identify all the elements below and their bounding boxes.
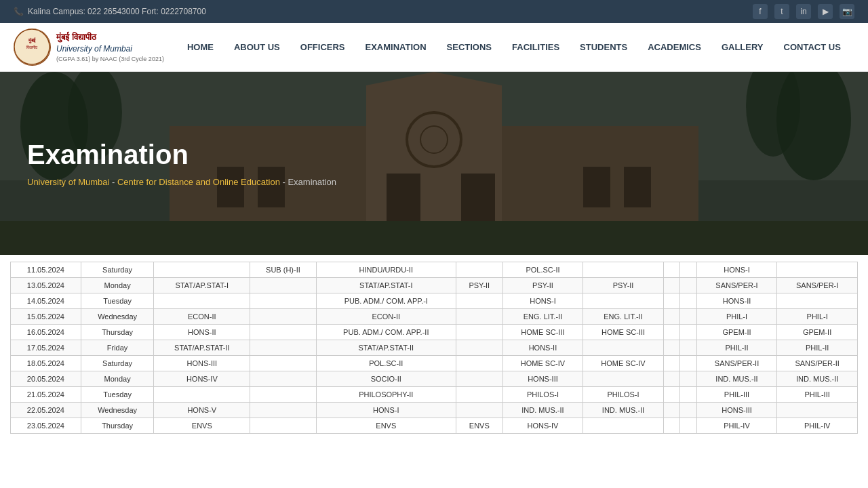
table-cell bbox=[680, 403, 696, 418]
table-cell bbox=[680, 262, 696, 278]
table-cell: HOME SC-III bbox=[583, 325, 664, 340]
table-cell: 21.05.2024 bbox=[11, 387, 81, 403]
table-cell: Wednesday bbox=[81, 309, 154, 325]
table-row: 11.05.2024SaturdaySUB (H)-IIHINDU/URDU-I… bbox=[11, 262, 858, 278]
table-cell: SANS/PER-I bbox=[696, 278, 777, 293]
table-cell: 23.05.2024 bbox=[11, 418, 81, 434]
table-cell bbox=[250, 387, 316, 403]
table-section: 11.05.2024SaturdaySUB (H)-IIHINDU/URDU-I… bbox=[0, 255, 868, 447]
table-row: 14.05.2024TuesdayPUB. ADM./ COM. APP.-IH… bbox=[11, 293, 858, 309]
table-cell bbox=[663, 356, 679, 371]
instagram-icon[interactable]: 📷 bbox=[840, 4, 854, 19]
twitter-icon[interactable]: t bbox=[774, 4, 789, 19]
nav-contact[interactable]: CONTACT US bbox=[774, 37, 850, 58]
table-cell bbox=[250, 356, 316, 371]
social-links: f t in ▶ 📷 bbox=[753, 4, 854, 19]
table-cell: HONS-IV bbox=[154, 371, 250, 387]
table-row: 23.05.2024ThursdayENVSENVSENVSHONS-IVPHI… bbox=[11, 418, 858, 434]
table-cell bbox=[663, 387, 679, 403]
nav-about[interactable]: ABOUT US bbox=[224, 37, 290, 58]
table-cell bbox=[680, 387, 696, 403]
table-cell bbox=[583, 293, 664, 309]
table-cell: ENVS bbox=[316, 418, 456, 434]
table-cell: STAT/AP.STAT-II bbox=[316, 340, 456, 356]
table-cell: PUB. ADM./ COM. APP.-I bbox=[316, 293, 456, 309]
table-cell bbox=[680, 356, 696, 371]
nav-examination[interactable]: EXAMINATION bbox=[356, 37, 436, 58]
table-cell bbox=[456, 403, 502, 418]
table-cell bbox=[663, 403, 679, 418]
contact-info: 📞 Kalina Campus: 022 26543000 Fort: 0222… bbox=[14, 7, 206, 16]
table-cell bbox=[663, 309, 679, 325]
hindi-name: मुंबई विद्यापीठ bbox=[56, 31, 164, 43]
breadcrumb-link-cdoe[interactable]: Centre for Distance and Online Education bbox=[117, 177, 280, 187]
table-cell: HONS-III bbox=[154, 356, 250, 371]
youtube-icon[interactable]: ▶ bbox=[818, 4, 833, 19]
table-cell: Monday bbox=[81, 371, 154, 387]
table-cell: 18.05.2024 bbox=[11, 356, 81, 371]
table-row: 15.05.2024WednesdayECON-IIECON-IIENG. LI… bbox=[11, 309, 858, 325]
table-cell: STAT/AP.STAT-II bbox=[154, 340, 250, 356]
breadcrumb-link-university[interactable]: University of Mumbai bbox=[27, 177, 109, 187]
table-cell bbox=[250, 278, 316, 293]
table-cell: Saturday bbox=[81, 356, 154, 371]
table-cell: 22.05.2024 bbox=[11, 403, 81, 418]
table-cell bbox=[456, 325, 502, 340]
table-cell: SUB (H)-II bbox=[250, 262, 316, 278]
facebook-icon[interactable]: f bbox=[753, 4, 768, 19]
table-row: 18.05.2024SaturdayHONS-IIIPOL.SC-IIHOME … bbox=[11, 356, 858, 371]
table-cell: 20.05.2024 bbox=[11, 371, 81, 387]
nav-facilities[interactable]: FACILITIES bbox=[502, 37, 569, 58]
table-cell: ENG. LIT.-II bbox=[502, 309, 583, 325]
table-cell: Monday bbox=[81, 278, 154, 293]
nav-students[interactable]: STUDENTS bbox=[570, 37, 637, 58]
top-bar: 📞 Kalina Campus: 022 26543000 Fort: 0222… bbox=[0, 0, 868, 23]
table-cell: POL.SC-II bbox=[316, 356, 456, 371]
table-cell: Saturday bbox=[81, 262, 154, 278]
table-cell: PHILOS-I bbox=[502, 387, 583, 403]
table-cell: HONS-III bbox=[502, 371, 583, 387]
table-row: 13.05.2024MondaySTAT/AP.STAT-ISTAT/AP.ST… bbox=[11, 278, 858, 293]
table-cell bbox=[456, 293, 502, 309]
nav-sections[interactable]: SECTIONS bbox=[437, 37, 501, 58]
nav-academics[interactable]: ACADEMICS bbox=[638, 37, 711, 58]
table-cell: SOCIO-II bbox=[316, 371, 456, 387]
table-cell bbox=[663, 278, 679, 293]
table-cell: PHILOS-I bbox=[583, 387, 664, 403]
table-cell bbox=[680, 278, 696, 293]
nav-officers[interactable]: OFFICERS bbox=[291, 37, 355, 58]
table-cell bbox=[456, 262, 502, 278]
table-cell: Friday bbox=[81, 340, 154, 356]
table-cell: IND. MUS.-II bbox=[583, 403, 664, 418]
university-name-en: University of Mumbai bbox=[56, 43, 164, 55]
table-cell: ECON-II bbox=[316, 309, 456, 325]
table-cell bbox=[663, 262, 679, 278]
table-cell: PHIL-IV bbox=[696, 418, 777, 434]
table-cell: SANS/PER-II bbox=[696, 356, 777, 371]
table-cell: PHILOSOPHY-II bbox=[316, 387, 456, 403]
linkedin-icon[interactable]: in bbox=[796, 4, 811, 19]
table-cell bbox=[456, 340, 502, 356]
table-cell bbox=[250, 418, 316, 434]
table-row: 21.05.2024TuesdayPHILOSOPHY-IIPHILOS-IPH… bbox=[11, 387, 858, 403]
logo-area: मुंबई विद्यापीठ मुंबई विद्यापीठ Universi… bbox=[14, 28, 164, 66]
table-cell: HINDU/URDU-II bbox=[316, 262, 456, 278]
nav-gallery[interactable]: GALLERY bbox=[712, 37, 773, 58]
table-cell: ENVS bbox=[154, 418, 250, 434]
svg-text:विद्यापीठ: विद्यापीठ bbox=[26, 45, 38, 49]
nav-home[interactable]: HOME bbox=[178, 37, 223, 58]
table-cell: 13.05.2024 bbox=[11, 278, 81, 293]
table-cell: PSY-II bbox=[456, 278, 502, 293]
table-cell bbox=[250, 293, 316, 309]
table-cell bbox=[680, 371, 696, 387]
table-cell bbox=[777, 262, 858, 278]
table-cell bbox=[154, 387, 250, 403]
table-cell: GPEM-II bbox=[777, 325, 858, 340]
table-cell: PSY-II bbox=[502, 278, 583, 293]
header: मुंबई विद्यापीठ मुंबई विद्यापीठ Universi… bbox=[0, 23, 868, 72]
table-cell bbox=[154, 293, 250, 309]
table-cell bbox=[583, 262, 664, 278]
table-cell: PUB. ADM./ COM. APP.-II bbox=[316, 325, 456, 340]
table-cell: Wednesday bbox=[81, 403, 154, 418]
table-cell bbox=[680, 309, 696, 325]
